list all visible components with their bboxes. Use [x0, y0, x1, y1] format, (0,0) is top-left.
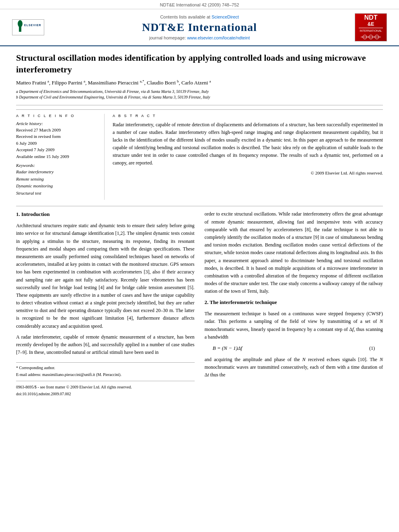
sciencedirect-line: Contents lists available at ScienceDirec… — [48, 14, 351, 19]
issn-note: 0963-8695/$ - see front matter © 2009 El… — [16, 384, 195, 390]
authors-line: Matteo Fratini a, Filippo Parrini a, Mas… — [16, 79, 383, 86]
section1-para1: Architectural structures require static … — [16, 222, 195, 330]
keywords-label: Keywords: — [16, 163, 98, 168]
keyword-3: Dynamic monitoring — [16, 183, 98, 190]
email-note: E-mail address: massimiliano.pieraccini@… — [16, 372, 195, 378]
section2-heading-text: 2. The interferometric technique — [205, 299, 277, 305]
keywords-group: Keywords: Radar interferometry Remote se… — [16, 163, 98, 197]
corresponding-note: * Corresponding author. — [16, 365, 195, 371]
section2-heading: 2. The interferometric technique — [205, 298, 383, 307]
svg-point-1 — [18, 20, 23, 27]
keyword-2: Remote sensing — [16, 176, 98, 183]
abstract-column: A B S T R A C T Radar interferometry, ca… — [113, 114, 383, 200]
email-label: E-mail address: — [16, 372, 41, 377]
elsevier-logo: ELSEVIER — [12, 19, 44, 35]
affiliation-b: b Department of Civil and Environmental … — [16, 94, 383, 100]
homepage-link[interactable]: www.elsevier.com/locate/ndteint — [187, 35, 250, 40]
section1-heading-text: 1. Introduction — [16, 211, 50, 217]
received-date: Received 27 March 2009 — [16, 127, 98, 134]
journal-header: ELSEVIER Contents lists available at Sci… — [0, 9, 399, 46]
body-content: 1. Introduction Architectural structures… — [16, 206, 383, 398]
section1-heading: 1. Introduction — [16, 210, 195, 219]
section1-para2: A radar interferometer, capable of remot… — [16, 333, 195, 357]
sciencedirect-link[interactable]: ScienceDirect — [212, 14, 239, 19]
svg-text:ELSEVIER: ELSEVIER — [24, 24, 41, 27]
keywords-list: Radar interferometry Remote sensing Dyna… — [16, 168, 98, 197]
journal-title: NDT&E International — [48, 21, 351, 34]
formula-text: B = (N − 1)Δf — [213, 344, 243, 353]
svg-rect-4 — [361, 37, 381, 37]
paper-content: Structural oscillation modes identificat… — [0, 46, 399, 406]
formula-block: B = (N − 1)Δf (1) — [213, 344, 375, 353]
elsevier-logo-area: ELSEVIER — [12, 19, 48, 35]
page: NDT&E International 42 (2009) 748–752 EL… — [0, 0, 399, 532]
body-col-right: order to excite structural oscillations.… — [205, 210, 383, 398]
abstract-label: A B S T R A C T — [113, 114, 383, 118]
article-info-column: A R T I C L E I N F O Article history: R… — [16, 114, 105, 200]
journal-title-area: Contents lists available at ScienceDirec… — [48, 14, 351, 40]
homepage-text: journal homepage: — [149, 35, 186, 40]
journal-banner: NDT&E International 42 (2009) 748–752 — [0, 0, 399, 9]
doi-note: doi:10.1016/j.ndteint.2009.07.002 — [16, 391, 195, 397]
keyword-1: Radar interferometry — [16, 168, 98, 176]
history-label: Article history: — [16, 121, 98, 126]
info-abstract-section: A R T I C L E I N F O Article history: R… — [16, 109, 383, 200]
banner-text: NDT&E International 42 (2009) 748–752 — [160, 2, 239, 7]
sciencedirect-text: Contents lists available at — [160, 14, 210, 19]
email-address: massimiliano.pieraccini@unifi.it (M. Pie… — [42, 372, 121, 377]
available-date: Available online 15 July 2009 — [16, 153, 98, 160]
body-col-left: 1. Introduction Architectural structures… — [16, 210, 195, 398]
received-revised-date: 6 July 2009 — [16, 140, 98, 147]
article-title: Structural oscillation modes identificat… — [16, 52, 383, 75]
abstract-text: Radar interferometry, capable of remote … — [113, 121, 383, 167]
journal-homepage-line: journal homepage: www.elsevier.com/locat… — [48, 35, 351, 40]
footer-notes: * Corresponding author. E-mail address: … — [16, 362, 195, 397]
article-history: Article history: Received 27 March 2009 … — [16, 121, 98, 160]
section2-para1: The measurement technique is based on a … — [205, 310, 383, 341]
affiliations: a Department of Electronics and Telecomm… — [16, 89, 383, 100]
received-revised-label: Received in revised form — [16, 133, 98, 140]
ndte-logo-area: NDT &E INTERNATIONAL — [351, 13, 387, 41]
accepted-date: Accepted 7 July 2009 — [16, 146, 98, 153]
keyword-4: Structural test — [16, 190, 98, 197]
formula-number: (1) — [369, 345, 375, 352]
ndte-logo: NDT &E INTERNATIONAL — [355, 13, 387, 41]
abstract-paragraph: Radar interferometry, capable of remote … — [113, 121, 383, 167]
copyright-text: © 2009 Elsevier Ltd. All rights reserved… — [113, 170, 383, 175]
section1-right-para1: order to excite structural oscillations.… — [205, 210, 383, 295]
corresponding-label: * Corresponding author. — [16, 366, 55, 370]
svg-rect-2 — [19, 27, 21, 32]
affiliation-a: a Department of Electronics and Telecomm… — [16, 89, 383, 94]
section2-para2: and acquiring the amplitude and phase of… — [205, 356, 383, 379]
article-info-label: A R T I C L E I N F O — [16, 114, 98, 118]
